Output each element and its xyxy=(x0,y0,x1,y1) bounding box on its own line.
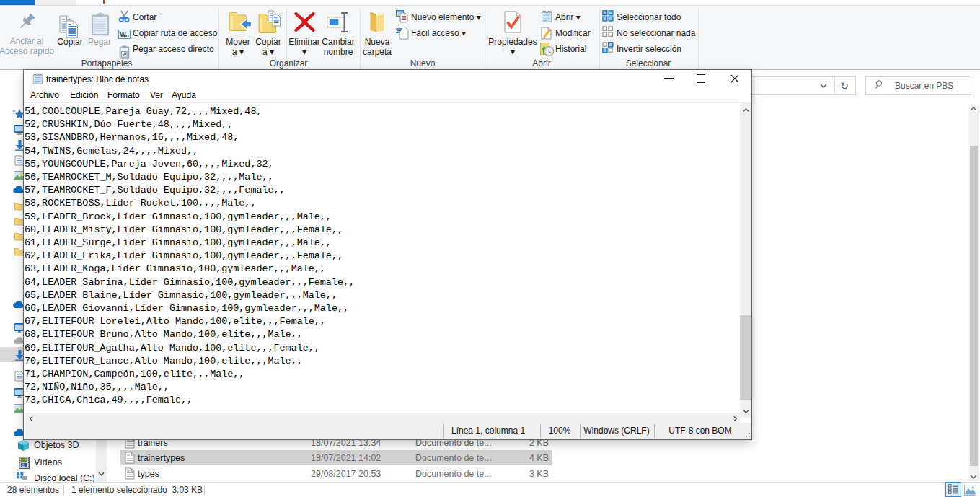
svg-text:W: W xyxy=(120,31,127,38)
